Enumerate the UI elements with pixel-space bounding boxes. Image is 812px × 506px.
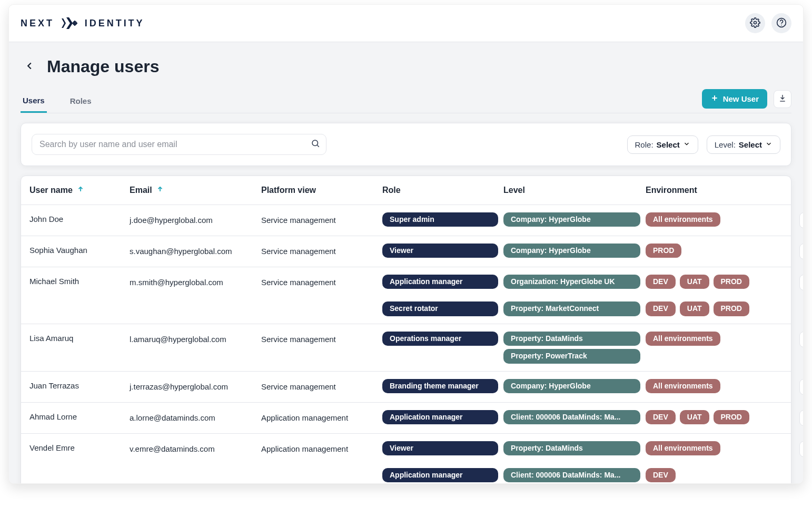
settings-button[interactable] bbox=[745, 13, 765, 33]
env-row: DEVUATPROD bbox=[646, 275, 777, 289]
plus-icon bbox=[710, 94, 719, 104]
cell-email: a.lorne@dataminds.com bbox=[130, 410, 256, 422]
cell-environment: All environments bbox=[646, 332, 777, 346]
help-button[interactable] bbox=[771, 13, 791, 33]
edit-button[interactable] bbox=[799, 332, 803, 347]
new-user-button[interactable]: New User bbox=[702, 89, 767, 109]
env-pill: PROD bbox=[714, 275, 749, 289]
th-user-name[interactable]: User name bbox=[29, 186, 124, 195]
level-pill: Company: HyperGlobe bbox=[503, 212, 640, 227]
search-icon bbox=[311, 139, 320, 150]
filter-selectors: Role: Select Level: Select bbox=[627, 135, 780, 154]
arrow-left-icon bbox=[24, 65, 35, 73]
env-row: All environments bbox=[646, 212, 777, 227]
role-pill: Secret rotator bbox=[382, 301, 498, 316]
cell-platform-view: Service management bbox=[261, 275, 377, 287]
cell-role: Super admin bbox=[382, 212, 498, 227]
th-level-label: Level bbox=[503, 186, 525, 195]
topbar: NEXT IDENTITY bbox=[9, 5, 803, 42]
back-button[interactable] bbox=[21, 60, 38, 74]
table-row: Sophia Vaughans.vaughan@hyperglobal.comS… bbox=[21, 236, 791, 267]
brand-text-1: NEXT bbox=[21, 18, 54, 29]
level-pill: Client: 000006 DataMinds: Ma... bbox=[503, 468, 640, 482]
env-pill: DEV bbox=[646, 468, 676, 482]
level-filter-label: Level: bbox=[715, 140, 736, 149]
help-icon bbox=[776, 17, 787, 30]
edit-button[interactable] bbox=[799, 379, 803, 395]
table-row: Juan Terrazasj.terrazas@hyperglobal.comS… bbox=[21, 372, 791, 403]
env-pill: DEV bbox=[646, 301, 676, 316]
th-environment[interactable]: Environment bbox=[646, 186, 777, 195]
cell-role: Branding theme manager bbox=[382, 379, 498, 393]
role-filter[interactable]: Role: Select bbox=[627, 135, 698, 154]
env-pill: PROD bbox=[714, 410, 749, 424]
th-env-label: Environment bbox=[646, 186, 697, 195]
edit-button[interactable] bbox=[799, 212, 803, 228]
cell-platform-view: Application management bbox=[261, 410, 377, 422]
table-row: Michael Smithm.smith@hyperglobal.comServ… bbox=[21, 267, 791, 324]
cell-platform-view: Service management bbox=[261, 332, 377, 344]
cell-level: Property: DataMindsClient: 000006 DataMi… bbox=[503, 441, 640, 483]
export-button[interactable] bbox=[774, 90, 791, 108]
export-icon bbox=[778, 94, 787, 104]
edit-button[interactable] bbox=[799, 244, 803, 259]
sort-asc-icon bbox=[156, 186, 164, 195]
tab-users[interactable]: Users bbox=[21, 90, 47, 113]
cell-actions bbox=[783, 212, 803, 228]
table-body: John Doej.doe@hyperglobal.comService man… bbox=[21, 205, 791, 483]
header-actions: New User bbox=[702, 89, 791, 109]
brand-text-2: IDENTITY bbox=[85, 18, 145, 29]
env-pill: All environments bbox=[646, 379, 720, 393]
edit-button[interactable] bbox=[799, 275, 803, 290]
cell-actions bbox=[783, 410, 803, 426]
th-user-name-label: User name bbox=[29, 186, 73, 195]
env-pill: All environments bbox=[646, 441, 720, 455]
cell-platform-view: Service management bbox=[261, 244, 377, 256]
table-row: Vendel Emrev.emre@dataminds.comApplicati… bbox=[21, 434, 791, 483]
role-pill: Application manager bbox=[382, 468, 498, 482]
role-pill: Operations manager bbox=[382, 332, 498, 346]
th-email[interactable]: Email bbox=[130, 186, 256, 195]
tabs-row: Users Roles New User bbox=[21, 89, 791, 113]
role-filter-value: Select bbox=[657, 140, 680, 149]
env-pill: All environments bbox=[646, 332, 720, 346]
tabs: Users Roles bbox=[21, 90, 94, 112]
th-platform-label: Platform view bbox=[261, 186, 316, 195]
cell-user-name: Michael Smith bbox=[29, 275, 124, 286]
edit-button[interactable] bbox=[799, 441, 803, 457]
edit-button[interactable] bbox=[799, 410, 803, 426]
cell-level: Client: 000006 DataMinds: Ma... bbox=[503, 410, 640, 424]
cell-actions bbox=[783, 275, 803, 290]
brand-logo-icon bbox=[62, 17, 77, 29]
level-pill: Property: DataMinds bbox=[503, 441, 640, 455]
th-level[interactable]: Level bbox=[503, 186, 640, 195]
env-row: PROD bbox=[646, 244, 777, 258]
th-role[interactable]: Role bbox=[382, 186, 498, 195]
cell-user-name: Juan Terrazas bbox=[29, 379, 124, 390]
role-pill: Super admin bbox=[382, 212, 498, 227]
cell-level: Company: HyperGlobe bbox=[503, 379, 640, 393]
cell-email: l.amaruq@hyperglobal.com bbox=[130, 332, 256, 344]
tab-roles[interactable]: Roles bbox=[68, 90, 94, 112]
cell-role: Application manager bbox=[382, 410, 498, 424]
table-row: Ahmad Lornea.lorne@dataminds.comApplicat… bbox=[21, 403, 791, 434]
cell-role: ViewerApplication manager bbox=[382, 441, 498, 483]
cell-platform-view: Application management bbox=[261, 441, 377, 453]
level-filter[interactable]: Level: Select bbox=[707, 135, 780, 154]
env-pill: All environments bbox=[646, 212, 720, 227]
cell-actions bbox=[783, 379, 803, 395]
level-pill: Property: MarketConnect bbox=[503, 301, 640, 316]
env-row: DEVUATPROD bbox=[646, 301, 777, 316]
env-row: All environments bbox=[646, 379, 777, 393]
cell-platform-view: Service management bbox=[261, 379, 377, 391]
th-platform-view[interactable]: Platform view bbox=[261, 186, 377, 195]
search-input[interactable] bbox=[32, 134, 326, 155]
new-user-label: New User bbox=[723, 94, 759, 103]
env-pill: DEV bbox=[646, 275, 676, 289]
env-row: All environments bbox=[646, 441, 777, 455]
page-header: Manage users bbox=[21, 57, 791, 76]
level-pill: Client: 000006 DataMinds: Ma... bbox=[503, 410, 640, 424]
cell-level: Company: HyperGlobe bbox=[503, 212, 640, 227]
env-pill: UAT bbox=[680, 301, 709, 316]
cell-environment: PROD bbox=[646, 244, 777, 258]
